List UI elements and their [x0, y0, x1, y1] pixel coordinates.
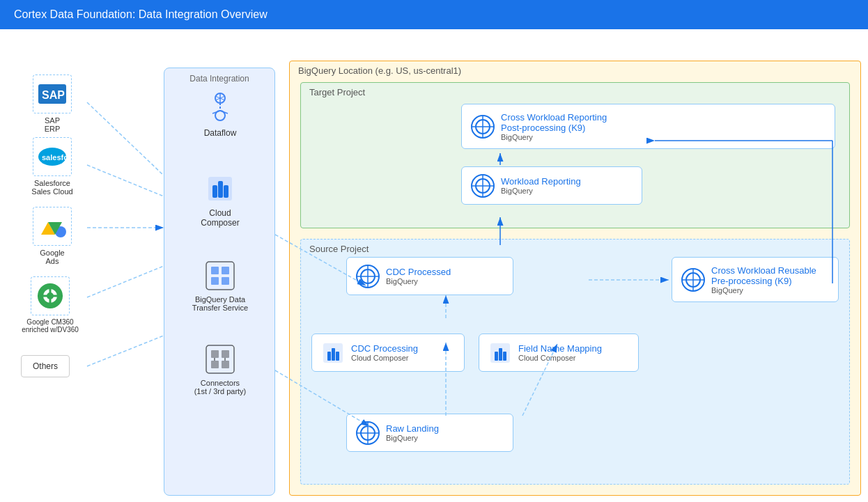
- source-google-ads: GoogleAds: [21, 207, 84, 265]
- target-project-label: Target Project: [309, 87, 365, 97]
- composer-icon-2: [488, 340, 513, 366]
- cross-workload-reporting-title: Cross Workload ReportingPost-processing …: [501, 112, 607, 133]
- source-project-label: Source Project: [309, 244, 369, 254]
- bq-icon-3: [355, 264, 380, 289]
- field-name-mapping-subtitle: Cloud Composer: [518, 354, 602, 362]
- google-ads-label: GoogleAds: [40, 249, 64, 265]
- main-canvas: SAP SAPERP salesforce SalesforceSales Cl…: [0, 29, 868, 502]
- bq-location-label: BigQuery Location (e.g. US, us-central1): [298, 65, 461, 76]
- svg-rect-30: [211, 350, 219, 358]
- dataflow-item: Dataflow: [171, 89, 269, 138]
- svg-line-66: [87, 102, 164, 175]
- data-integration-label: Data Integration: [164, 74, 274, 84]
- cm360-icon-box: [31, 276, 70, 315]
- cloud-composer-label: CloudComposer: [201, 208, 239, 228]
- svg-rect-53: [327, 352, 331, 361]
- svg-rect-31: [222, 350, 229, 358]
- salesforce-logo-icon: salesforce: [37, 146, 68, 168]
- raw-landing-text: Raw Landing BigQuery: [386, 423, 439, 442]
- cloud-composer-item: CloudComposer: [171, 169, 269, 228]
- workload-reporting-box: Workload Reporting BigQuery: [461, 166, 642, 205]
- svg-rect-28: [222, 277, 229, 285]
- workload-reporting-title: Workload Reporting: [501, 176, 581, 187]
- dataflow-icon: [201, 89, 240, 128]
- others-label: Others: [33, 361, 58, 371]
- connectors-item: Connectors(1st / 3rd party): [171, 340, 269, 395]
- bq-transfer-label: BigQuery DataTransfer Service: [192, 295, 248, 312]
- svg-rect-54: [332, 348, 335, 361]
- source-cm360: Google CM360enriched w/DV360: [15, 276, 85, 334]
- sap-label: SAPERP: [45, 116, 61, 133]
- google-ads-icon-box: [33, 207, 72, 246]
- bq-transfer-icon: [201, 256, 240, 295]
- svg-line-69: [87, 266, 164, 297]
- field-name-mapping-text: Field Name Mapping Cloud Composer: [518, 343, 602, 362]
- cross-workload-reporting-box: Cross Workload ReportingPost-processing …: [461, 104, 835, 149]
- svg-rect-57: [495, 352, 498, 361]
- bq-transfer-logo-icon: [203, 258, 238, 293]
- svg-line-70: [87, 336, 164, 366]
- cdc-processed-box: CDC Processed BigQuery: [346, 257, 513, 295]
- bq-icon-5: [355, 421, 380, 446]
- cross-workload-reusable-text: Cross Workload ReusablePre-processing (K…: [711, 265, 816, 295]
- others-box: Others: [21, 355, 70, 377]
- google-ads-logo-icon: [38, 212, 66, 240]
- svg-rect-33: [222, 361, 229, 368]
- source-project-box: Source Project CDC Processed BigQuery: [300, 239, 850, 485]
- source-salesforce: salesforce SalesforceSales Cloud: [21, 137, 84, 196]
- data-integration-panel: Data Integration Dataflow: [164, 68, 275, 496]
- cm360-logo-icon: [36, 282, 64, 310]
- cdc-processing-text: CDC Processing Cloud Composer: [351, 343, 418, 362]
- cdc-processed-text: CDC Processed BigQuery: [386, 267, 451, 285]
- source-sap: SAP SAPERP: [21, 74, 84, 133]
- field-name-mapping-title: Field Name Mapping: [518, 343, 602, 354]
- cross-workload-reusable-title: Cross Workload ReusablePre-processing (K…: [711, 265, 816, 286]
- dataflow-label: Dataflow: [204, 128, 237, 138]
- raw-landing-box: Raw Landing BigQuery: [346, 414, 513, 452]
- cross-workload-reporting-subtitle: BigQuery: [501, 133, 607, 141]
- bq-transfer-item: BigQuery DataTransfer Service: [171, 256, 269, 312]
- svg-rect-29: [206, 345, 234, 373]
- sap-icon-box: SAP: [33, 74, 72, 113]
- sap-logo-icon: SAP: [38, 84, 66, 104]
- cloud-composer-logo-icon: [203, 171, 238, 206]
- header: Cortex Data Foundation: Data Integration…: [0, 0, 868, 29]
- salesforce-label: SalesforceSales Cloud: [31, 179, 72, 196]
- header-title: Cortex Data Foundation: Data Integration…: [14, 8, 268, 20]
- cdc-processing-title: CDC Processing: [351, 343, 418, 354]
- svg-rect-55: [336, 352, 339, 361]
- cdc-processed-subtitle: BigQuery: [386, 277, 451, 285]
- svg-rect-23: [224, 185, 228, 198]
- salesforce-icon-box: salesforce: [33, 137, 72, 176]
- connectors-label: Connectors(1st / 3rd party): [194, 379, 247, 395]
- workload-reporting-subtitle: BigQuery: [501, 187, 581, 195]
- cdc-processed-title: CDC Processed: [386, 267, 451, 277]
- svg-text:salesforce: salesforce: [42, 153, 68, 162]
- bq-icon-4: [681, 267, 706, 292]
- svg-rect-22: [218, 181, 223, 198]
- svg-rect-58: [499, 348, 502, 361]
- raw-landing-title: Raw Landing: [386, 423, 439, 434]
- workload-reporting-text: Workload Reporting BigQuery: [501, 176, 581, 195]
- svg-line-67: [87, 165, 164, 196]
- bq-icon-2: [470, 173, 495, 198]
- cm360-label: Google CM360enriched w/DV360: [22, 318, 79, 334]
- svg-rect-25: [211, 267, 219, 274]
- cross-workload-reusable-box: Cross Workload ReusablePre-processing (K…: [672, 257, 839, 302]
- svg-rect-32: [211, 361, 219, 368]
- svg-rect-24: [206, 262, 234, 290]
- cross-workload-reporting-text: Cross Workload ReportingPost-processing …: [501, 112, 607, 141]
- svg-rect-59: [503, 352, 506, 361]
- connectors-icon: [201, 340, 240, 379]
- cloud-composer-icon: [201, 169, 240, 208]
- bq-location-box: BigQuery Location (e.g. US, us-central1)…: [289, 61, 861, 496]
- svg-rect-26: [222, 267, 229, 274]
- svg-text:SAP: SAP: [42, 89, 65, 101]
- raw-landing-subtitle: BigQuery: [386, 434, 439, 442]
- composer-icon-1: [320, 340, 346, 366]
- dataflow-logo-icon: [203, 91, 238, 126]
- cdc-processing-subtitle: Cloud Composer: [351, 354, 418, 362]
- svg-rect-21: [212, 185, 217, 198]
- field-name-mapping-box: Field Name Mapping Cloud Composer: [479, 334, 639, 372]
- connectors-logo-icon: [203, 342, 238, 377]
